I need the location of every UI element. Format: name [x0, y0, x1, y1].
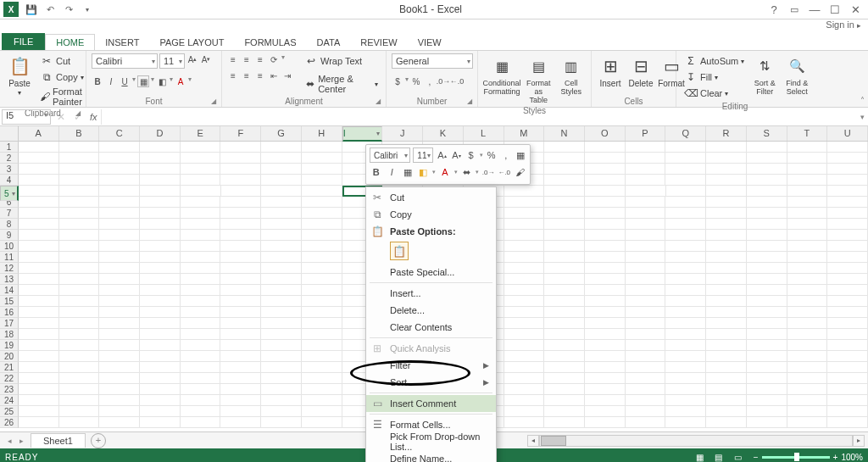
- cell[interactable]: [626, 153, 666, 164]
- cell[interactable]: [302, 351, 342, 362]
- cell[interactable]: [220, 241, 261, 252]
- zoom-in-icon[interactable]: +: [833, 453, 838, 462]
- cell[interactable]: [19, 208, 59, 219]
- column-header[interactable]: D: [140, 126, 181, 141]
- mini-font-select[interactable]: Calibri: [370, 148, 410, 163]
- minimize-icon[interactable]: —: [805, 1, 824, 18]
- cell-styles-button[interactable]: ▥Cell Styles: [557, 53, 586, 97]
- tab-data[interactable]: DATA: [307, 35, 351, 50]
- paste-button[interactable]: 📋 Paste ▾: [5, 53, 34, 97]
- cell[interactable]: [544, 296, 585, 307]
- cell[interactable]: [585, 153, 626, 164]
- bold-button[interactable]: B: [92, 75, 103, 87]
- cell[interactable]: [302, 296, 342, 307]
- page-layout-view-icon[interactable]: ▤: [710, 453, 727, 462]
- cell[interactable]: [220, 274, 261, 285]
- cell[interactable]: [787, 285, 828, 296]
- row-header[interactable]: 23: [0, 384, 19, 395]
- decrease-decimal-icon[interactable]: ←.0: [451, 75, 463, 87]
- cell[interactable]: [140, 285, 181, 296]
- cell[interactable]: [140, 307, 181, 318]
- cell[interactable]: [59, 186, 100, 197]
- increase-decimal-icon[interactable]: .0→: [437, 75, 449, 87]
- cell[interactable]: [827, 395, 868, 406]
- cell[interactable]: [59, 241, 100, 252]
- cell[interactable]: [706, 230, 747, 241]
- cell[interactable]: [787, 186, 828, 197]
- cell[interactable]: [706, 252, 747, 263]
- row-header[interactable]: 9: [0, 230, 19, 241]
- cell[interactable]: [19, 373, 59, 384]
- row-header[interactable]: 13: [0, 274, 19, 285]
- cell[interactable]: [665, 362, 706, 373]
- cell[interactable]: [261, 307, 302, 318]
- cell[interactable]: [261, 417, 302, 428]
- align-middle-icon[interactable]: ≡: [241, 53, 253, 65]
- cell[interactable]: [626, 285, 666, 296]
- cell[interactable]: [787, 384, 828, 395]
- cell[interactable]: [140, 197, 181, 208]
- column-header[interactable]: M: [504, 126, 545, 141]
- tab-review[interactable]: REVIEW: [350, 35, 407, 50]
- help-icon[interactable]: ?: [765, 1, 783, 18]
- cell[interactable]: [626, 142, 666, 153]
- cell[interactable]: [787, 307, 828, 318]
- cell[interactable]: [261, 175, 302, 186]
- cell[interactable]: [140, 186, 181, 197]
- cell[interactable]: [544, 329, 585, 340]
- cell[interactable]: [626, 164, 666, 175]
- cell[interactable]: [59, 219, 100, 230]
- cell[interactable]: [747, 417, 787, 428]
- cell[interactable]: [181, 329, 221, 340]
- column-header[interactable]: O: [585, 126, 626, 141]
- cell[interactable]: [544, 142, 585, 153]
- mini-fill-color-icon[interactable]: ◧: [417, 165, 431, 179]
- cell[interactable]: [181, 296, 221, 307]
- cell[interactable]: [706, 164, 747, 175]
- cell[interactable]: [706, 263, 747, 274]
- cell[interactable]: [827, 219, 868, 230]
- ribbon-display-icon[interactable]: ▭: [785, 1, 804, 18]
- row-header[interactable]: 20: [0, 351, 19, 362]
- cell[interactable]: [665, 197, 706, 208]
- cell[interactable]: [747, 373, 787, 384]
- cell[interactable]: [220, 307, 261, 318]
- cell[interactable]: [585, 318, 626, 329]
- cell[interactable]: [504, 395, 545, 406]
- mini-comma-icon[interactable]: ,: [500, 148, 512, 162]
- cell[interactable]: [747, 263, 787, 274]
- cell[interactable]: [585, 351, 626, 362]
- cell[interactable]: [827, 406, 868, 417]
- cut-button[interactable]: ✂Cut: [37, 53, 88, 69]
- cell[interactable]: [747, 362, 787, 373]
- cell[interactable]: [181, 252, 221, 263]
- column-header[interactable]: G: [261, 126, 302, 141]
- cell[interactable]: [706, 175, 747, 186]
- row-header[interactable]: 4: [0, 175, 19, 186]
- cell[interactable]: [59, 296, 100, 307]
- cell[interactable]: [181, 318, 221, 329]
- cell[interactable]: [626, 340, 666, 351]
- cell[interactable]: [220, 285, 261, 296]
- cell[interactable]: [665, 274, 706, 285]
- cell[interactable]: [140, 208, 181, 219]
- cell[interactable]: [626, 241, 666, 252]
- cell[interactable]: [544, 285, 585, 296]
- clear-button[interactable]: ⌫Clear ▾: [682, 86, 747, 101]
- cell[interactable]: [302, 329, 342, 340]
- cell[interactable]: [99, 274, 140, 285]
- conditional-formatting-button[interactable]: ▦Conditional Formatting: [483, 53, 520, 97]
- cell[interactable]: [19, 318, 59, 329]
- cell[interactable]: [19, 142, 59, 153]
- cell[interactable]: [140, 274, 181, 285]
- cell[interactable]: [626, 175, 666, 186]
- column-header[interactable]: E: [181, 126, 221, 141]
- cell[interactable]: [665, 285, 706, 296]
- cell[interactable]: [140, 142, 181, 153]
- cell[interactable]: [140, 351, 181, 362]
- cell[interactable]: [181, 197, 221, 208]
- cell[interactable]: [99, 142, 140, 153]
- cell[interactable]: [787, 230, 828, 241]
- cell[interactable]: [140, 219, 181, 230]
- cell[interactable]: [504, 373, 545, 384]
